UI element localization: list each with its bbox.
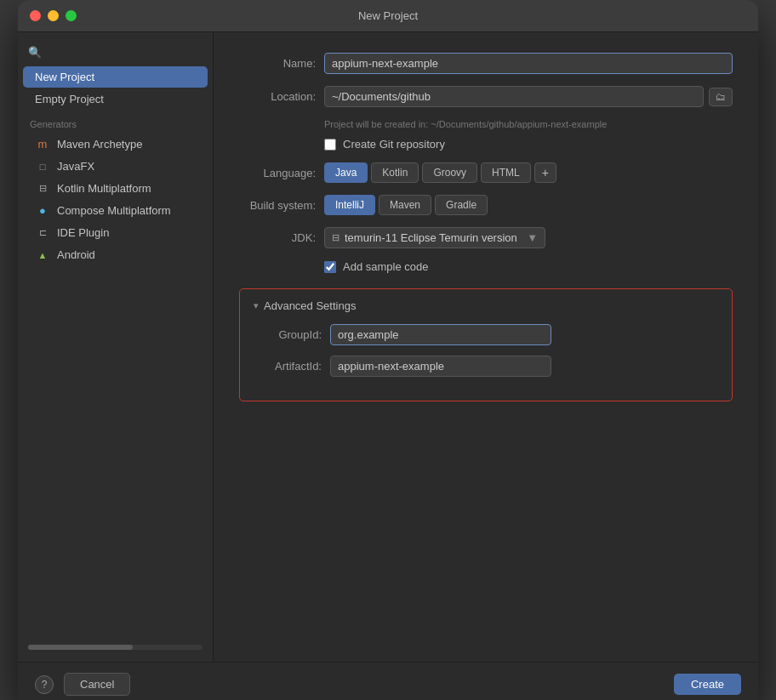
compose-icon: ● — [35, 205, 50, 217]
kotlin-multiplatform-icon: ⊟ — [35, 183, 50, 195]
advanced-chevron-icon: ▾ — [254, 300, 259, 311]
build-system-label: Build system: — [239, 199, 316, 212]
generators-label: Generators — [18, 111, 213, 133]
ide-plugin-label: IDE Plugin — [57, 226, 109, 239]
language-kotlin-btn[interactable]: Kotlin — [371, 162, 419, 183]
main-form: Name: Location: 🗂 Project will be create… — [214, 32, 758, 662]
sidebar-item-javafx[interactable]: □ JavaFX — [23, 156, 208, 177]
build-maven-btn[interactable]: Maven — [379, 195, 431, 215]
close-button[interactable] — [30, 10, 41, 21]
sample-code-row: Add sample code — [239, 260, 733, 273]
advanced-settings-label: Advanced Settings — [264, 299, 356, 312]
search-area: 🔍 — [18, 41, 213, 65]
name-input[interactable] — [324, 53, 733, 74]
artifact-id-input[interactable] — [330, 356, 551, 377]
jdk-chevron-icon: ▼ — [527, 231, 538, 244]
javafx-icon: □ — [35, 161, 50, 173]
android-icon: ▲ — [35, 249, 50, 261]
language-groovy-btn[interactable]: Groovy — [422, 162, 477, 183]
location-label: Location: — [239, 90, 316, 103]
browse-button[interactable]: 🗂 — [709, 88, 733, 106]
jdk-row: JDK: ⊟ temurin-11 Eclipse Temurin versio… — [239, 227, 733, 248]
language-java-btn[interactable]: Java — [324, 162, 368, 183]
language-label: Language: — [239, 167, 316, 179]
sidebar-item-ide-plugin[interactable]: ⊏ IDE Plugin — [23, 222, 208, 243]
maven-archetype-label: Maven Archetype — [57, 138, 142, 151]
compose-multiplatform-label: Compose Multiplatform — [57, 204, 171, 217]
titlebar: New Project — [18, 0, 758, 32]
content-area: 🔍 New Project Empty Project Generators m… — [18, 32, 758, 662]
name-input-area — [324, 53, 733, 74]
window-title: New Project — [358, 9, 418, 22]
language-btn-group: Java Kotlin Groovy HTML + — [324, 162, 556, 183]
footer-left: ? Cancel — [35, 673, 130, 696]
new-project-dialog: New Project 🔍 New Project Empty Project … — [18, 0, 758, 700]
git-checkbox-row: Create Git repository — [239, 138, 733, 151]
ide-plugin-icon: ⊏ — [35, 227, 50, 239]
build-system-row: Build system: IntelliJ Maven Gradle — [239, 195, 733, 215]
sidebar-item-new-project-label: New Project — [35, 71, 94, 83]
git-label: Create Git repository — [343, 138, 445, 151]
location-row: Location: 🗂 — [239, 86, 733, 107]
sidebar-item-empty-project-label: Empty Project — [35, 93, 104, 105]
jdk-selector[interactable]: ⊟ temurin-11 Eclipse Temurin version ▼ — [324, 227, 545, 248]
build-btn-group: IntelliJ Maven Gradle — [324, 195, 488, 215]
cancel-button[interactable]: Cancel — [64, 673, 130, 696]
sidebar-item-android[interactable]: ▲ Android — [23, 244, 208, 265]
name-label: Name: — [239, 57, 316, 70]
location-input[interactable] — [324, 86, 704, 107]
minimize-button[interactable] — [48, 10, 59, 21]
sidebar-item-compose-multiplatform[interactable]: ● Compose Multiplatform — [23, 200, 208, 221]
search-icon: 🔍 — [28, 46, 42, 59]
window-controls — [30, 10, 77, 21]
sidebar-item-new-project[interactable]: New Project — [23, 66, 208, 88]
create-button[interactable]: Create — [674, 674, 741, 695]
build-intellij-btn[interactable]: IntelliJ — [324, 195, 375, 215]
git-checkbox[interactable] — [324, 139, 336, 151]
location-control-area: 🗂 — [324, 86, 733, 107]
sidebar-item-kotlin-multiplatform[interactable]: ⊟ Kotlin Multiplatform — [23, 178, 208, 199]
maven-icon: m — [35, 139, 50, 151]
sidebar-item-maven-archetype[interactable]: m Maven Archetype — [23, 134, 208, 155]
help-button[interactable]: ? — [35, 675, 54, 694]
sample-code-label: Add sample code — [343, 260, 428, 273]
advanced-settings-header[interactable]: ▾ Advanced Settings — [254, 299, 718, 312]
group-id-row: GroupId: — [254, 324, 718, 345]
name-row: Name: — [239, 53, 733, 74]
jdk-icon: ⊟ — [332, 232, 340, 243]
advanced-settings-section: ▾ Advanced Settings GroupId: ArtifactId: — [239, 288, 733, 401]
artifact-id-label: ArtifactId: — [254, 360, 322, 373]
build-gradle-btn[interactable]: Gradle — [435, 195, 488, 215]
sample-code-checkbox[interactable] — [324, 261, 336, 273]
sidebar: 🔍 New Project Empty Project Generators m… — [18, 32, 214, 662]
group-id-label: GroupId: — [254, 328, 322, 341]
jdk-value: temurin-11 Eclipse Temurin version — [345, 231, 522, 244]
javafx-label: JavaFX — [57, 160, 94, 173]
kotlin-multiplatform-label: Kotlin Multiplatform — [57, 182, 151, 195]
sidebar-item-empty-project[interactable]: Empty Project — [23, 88, 208, 110]
artifact-id-row: ArtifactId: — [254, 356, 718, 377]
sidebar-scrollbar[interactable] — [28, 645, 203, 650]
language-plus-btn[interactable]: + — [534, 162, 556, 183]
group-id-input[interactable] — [330, 324, 551, 345]
project-path-hint: Project will be created in: ~/Documents/… — [239, 119, 733, 129]
language-html-btn[interactable]: HTML — [481, 162, 531, 183]
maximize-button[interactable] — [66, 10, 77, 21]
footer: ? Cancel Create — [18, 662, 758, 700]
android-label: Android — [57, 248, 95, 261]
scrollbar-thumb — [28, 645, 133, 650]
sidebar-section: New Project Empty Project Generators m M… — [18, 65, 213, 641]
language-row: Language: Java Kotlin Groovy HTML + — [239, 162, 733, 183]
jdk-label: JDK: — [239, 231, 316, 244]
